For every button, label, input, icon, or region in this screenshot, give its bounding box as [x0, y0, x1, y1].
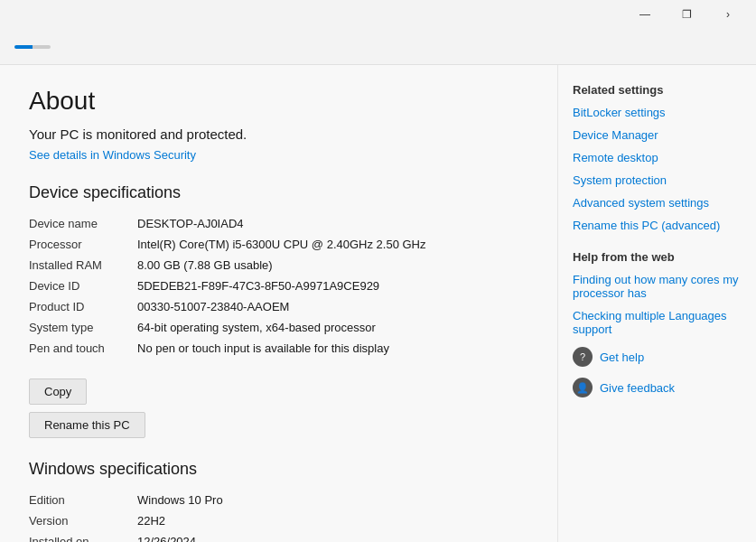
related-settings-link[interactable]: Advanced system settings: [573, 196, 742, 210]
spec-value: Windows 10 Pro: [137, 490, 528, 510]
table-row: Device nameDESKTOP-AJ0IAD4: [29, 213, 528, 234]
table-row: Pen and touchNo pen or touch input is av…: [29, 338, 528, 359]
related-settings-link[interactable]: System protection: [573, 173, 742, 187]
copy-button[interactable]: Copy: [29, 378, 87, 405]
table-row: ProcessorIntel(R) Core(TM) i5-6300U CPU …: [29, 234, 528, 255]
related-settings-link[interactable]: Rename this PC (advanced): [573, 219, 742, 232]
table-row: Version22H2: [29, 510, 528, 531]
spec-label: Pen and touch: [29, 338, 137, 359]
spec-label: Installed on: [29, 531, 137, 542]
table-row: Installed on12/26/2024: [29, 531, 528, 542]
title-bar: — ❐ ›: [0, 0, 756, 29]
spec-label: Version: [29, 510, 137, 531]
windows-specs-table: EditionWindows 10 ProVersion22H2Installe…: [29, 490, 528, 542]
table-row: Product ID00330-51007-23840-AAOEM: [29, 296, 528, 317]
spec-value: 8.00 GB (7.88 GB usable): [137, 255, 528, 276]
help-title: Help from the web: [573, 250, 742, 264]
spec-label: Device ID: [29, 276, 137, 296]
forward-button[interactable]: ›: [707, 0, 749, 29]
table-row: EditionWindows 10 Pro: [29, 490, 528, 510]
spec-label: Installed RAM: [29, 255, 137, 276]
get-help-row[interactable]: ? Get help: [573, 347, 742, 367]
related-settings-link[interactable]: Remote desktop: [573, 151, 742, 164]
sidebar: Related settings BitLocker settingsDevic…: [557, 65, 756, 542]
spec-value: 00330-51007-23840-AAOEM: [137, 296, 528, 317]
status-text: Your PC is monitored and protected.: [29, 126, 528, 142]
spec-value: 5DEDEB21-F89F-47C3-8F50-A9971A9CE929: [137, 276, 528, 296]
related-settings-title: Related settings: [573, 83, 742, 97]
help-icon: ?: [573, 347, 593, 367]
table-row: Device ID5DEDEB21-F89F-47C3-8F50-A9971A9…: [29, 276, 528, 296]
spec-label: System type: [29, 317, 137, 338]
minimize-button[interactable]: —: [624, 0, 666, 29]
main-content: About Your PC is monitored and protected…: [0, 65, 557, 542]
restore-button[interactable]: ❐: [666, 0, 707, 29]
page-title: About: [29, 87, 528, 116]
give-feedback-label: Give feedback: [600, 381, 675, 395]
security-link[interactable]: See details in Windows Security: [29, 148, 196, 162]
spec-value: No pen or touch input is available for t…: [137, 338, 528, 359]
help-link[interactable]: Finding out how many cores my processor …: [573, 273, 742, 300]
spec-label: Device name: [29, 213, 137, 234]
spec-value: DESKTOP-AJ0IAD4: [137, 213, 528, 234]
nav-progress: [14, 45, 51, 49]
spec-value: 22H2: [137, 510, 528, 531]
related-settings-link[interactable]: BitLocker settings: [573, 106, 742, 119]
spec-value: Intel(R) Core(TM) i5-6300U CPU @ 2.40GHz…: [137, 234, 528, 255]
content-wrapper: About Your PC is monitored and protected…: [0, 65, 756, 542]
spec-value: 64-bit operating system, x64-based proce…: [137, 317, 528, 338]
table-row: Installed RAM8.00 GB (7.88 GB usable): [29, 255, 528, 276]
feedback-icon: 👤: [573, 378, 593, 397]
get-help-label: Get help: [600, 350, 644, 364]
nav-bar: [0, 29, 756, 65]
related-links: BitLocker settingsDevice ManagerRemote d…: [573, 106, 742, 232]
spec-label: Edition: [29, 490, 137, 510]
spec-value: 12/26/2024: [137, 531, 528, 542]
spec-label: Processor: [29, 234, 137, 255]
related-settings-link[interactable]: Device Manager: [573, 128, 742, 142]
spec-label: Product ID: [29, 296, 137, 317]
give-feedback-row[interactable]: 👤 Give feedback: [573, 378, 742, 397]
device-specs-title: Device specifications: [29, 183, 528, 202]
table-row: System type64-bit operating system, x64-…: [29, 317, 528, 338]
help-links: Finding out how many cores my processor …: [573, 273, 742, 336]
rename-pc-button[interactable]: Rename this PC: [29, 412, 145, 438]
help-link[interactable]: Checking multiple Languages support: [573, 309, 742, 336]
feedback-rows: ? Get help 👤 Give feedback: [573, 347, 742, 397]
device-specs-table: Device nameDESKTOP-AJ0IAD4ProcessorIntel…: [29, 213, 528, 359]
windows-specs-title: Windows specifications: [29, 460, 528, 479]
